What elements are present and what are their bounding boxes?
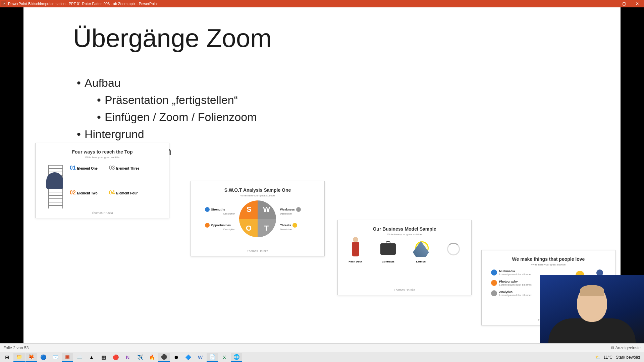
bullet-item: Hintergrund (73, 126, 257, 143)
maximize-button[interactable]: ▢ (617, 0, 631, 7)
swot-label: Weakness (280, 208, 295, 211)
bm-label: Launch (409, 260, 433, 263)
thumb-title: S.W.O.T Analysis Sample One (197, 187, 318, 193)
swot-letter: O (246, 224, 252, 233)
swot-letter: W (263, 205, 270, 214)
thumb-subtitle: Write here your great subtitle (42, 156, 163, 159)
briefcase-icon (377, 239, 400, 259)
taskbar-app[interactable]: 🔴 (110, 353, 121, 362)
swot-desc: Description (280, 213, 310, 215)
climber-icon (46, 172, 63, 189)
presenter-icon (344, 239, 367, 259)
thumb-subtitle: Write here your great subtitle (344, 233, 465, 236)
taskbar-obs[interactable]: ⚫ (158, 353, 170, 362)
bulb-icon (205, 223, 210, 228)
taskbar: ⊞ 📁 🦊 🔵 ✉️ ▣ ☁️ ▲ ▦ 🔴 N ✈️ 🔥 ⚫ ⏺ 🔷 W 📄 X… (0, 352, 644, 362)
close-button[interactable]: ✕ (631, 0, 644, 7)
element-label: Element Two (77, 191, 98, 195)
lightning-icon (292, 223, 297, 228)
swot-label: Threats (280, 224, 291, 227)
taskbar-app[interactable]: 🔥 (146, 353, 158, 362)
swot-label: Opportunities (211, 224, 231, 227)
feature-label: Multimedia (499, 269, 531, 273)
swot-desc: Description (205, 228, 235, 231)
presenter-video (545, 285, 639, 352)
window-controls: ─ ▢ ✕ (604, 0, 644, 7)
start-button[interactable]: ⊞ (1, 353, 13, 362)
status-bar: Folie 2 von 53 🖥 Anzeigeeinste (0, 343, 644, 352)
taskbar-telegram[interactable]: ✈️ (134, 353, 146, 362)
element-number: 01 (70, 165, 76, 171)
element-number: 04 (109, 190, 115, 195)
weather-text[interactable]: Stark bewölkt (616, 355, 640, 360)
display-settings-label[interactable]: 🖥 Anzeigeeinste (610, 346, 641, 350)
zoom-thumbnail-swot[interactable]: S.W.O.T Analysis Sample One Write here y… (191, 181, 325, 256)
swot-letter: S (247, 205, 252, 214)
taskbar-app[interactable]: ⏺ (170, 353, 182, 362)
swot-letter: T (264, 224, 269, 233)
feature-label: Analytics (499, 290, 531, 294)
taskbar-outlook[interactable]: ✉️ (50, 353, 61, 362)
app-icon: P (1, 1, 6, 6)
thumb-title: Our Business Model Sample (344, 226, 465, 232)
bm-label: Pitch Deck (344, 260, 367, 263)
feature-label: Photography (499, 280, 531, 283)
taskbar-app[interactable]: 📄 (207, 353, 218, 362)
swot-desc: Description (280, 228, 310, 231)
taskbar-firefox[interactable]: 🦊 (25, 353, 37, 362)
thumb-footer: Thomas Hruska (338, 288, 471, 292)
dot-icon (491, 280, 497, 286)
thumb-footer: Thomas Hruska (191, 249, 324, 253)
thumb-title: Four ways to reach the Top (42, 149, 163, 155)
thumb-subtitle: Write here your great subtitle (197, 194, 318, 197)
link-icon (296, 207, 301, 212)
taskbar-app[interactable]: ▦ (98, 353, 109, 362)
window-title: PowerPoint-Bildschirmpräsentation - PPT … (8, 2, 158, 6)
taskbar-vlc[interactable]: ▲ (86, 353, 97, 362)
thumb-title: We make things that people love (488, 256, 609, 262)
slide-title: Übergänge Zoom (73, 23, 271, 53)
dot-icon (491, 269, 497, 276)
taskbar-chrome[interactable]: 🔵 (38, 353, 49, 362)
minimize-button[interactable]: ─ (604, 0, 617, 7)
bullet-sub-item: Einfügen / Zoom / Folienzoom (93, 109, 257, 126)
thumb-footer: Thomas Hruska (36, 211, 169, 215)
taskbar-app[interactable]: 🔷 (182, 353, 194, 362)
element-label: Element One (77, 167, 98, 170)
webcam-overlay (540, 275, 644, 352)
zoom-thumbnail-four-ways[interactable]: Four ways to reach the Top Write here yo… (35, 143, 169, 218)
shield-icon (205, 207, 210, 212)
slide: Übergänge Zoom Aufbau Präsentation „fert… (23, 7, 621, 343)
taskbar-word[interactable]: W (195, 353, 206, 362)
title-bar: P PowerPoint-Bildschirmpräsentation - PP… (0, 0, 644, 7)
element-number: 03 (109, 165, 115, 171)
weather-icon[interactable]: ⛅ (595, 355, 600, 360)
taskbar-file-explorer[interactable]: 📁 (13, 353, 25, 362)
taskbar-edge[interactable]: 🌐 (231, 353, 242, 362)
zoom-thumbnail-business-model[interactable]: Our Business Model Sample Write here you… (337, 220, 472, 295)
taskbar-app[interactable]: ☁️ (74, 353, 85, 362)
swot-desc: Description (205, 213, 235, 215)
dot-icon (491, 290, 497, 296)
element-label: Element Three (116, 167, 140, 170)
bullet-sub-item: Präsentation „fertigstellen“ (93, 92, 257, 109)
element-label: Element Four (116, 191, 138, 195)
weather-temp[interactable]: 11°C (603, 355, 612, 360)
thumb-subtitle: Write here your great subtitle (488, 263, 609, 266)
slide-counter: Folie 2 von 53 (3, 346, 29, 350)
taskbar-powerpoint[interactable]: ▣ (62, 353, 73, 362)
taskbar-excel[interactable]: X (219, 353, 230, 362)
swot-label: Strengths (211, 208, 225, 211)
element-number: 02 (70, 190, 76, 195)
swot-circle-icon: S W O T (239, 200, 276, 237)
taskbar-onenote[interactable]: N (122, 353, 133, 362)
loading-spinner-icon (447, 243, 460, 255)
bm-label: Contracts (377, 260, 400, 263)
rocket-icon (409, 239, 433, 259)
bullet-item: Aufbau (73, 74, 257, 92)
